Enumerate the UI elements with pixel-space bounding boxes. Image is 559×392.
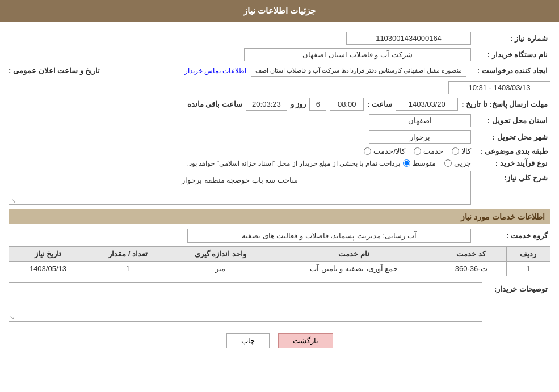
shahr-value: برخوار bbox=[369, 130, 471, 144]
radio-kala-khedmat-input[interactable] bbox=[364, 147, 371, 155]
page-title: جزئیات اطلاعات نیاز bbox=[0, 0, 559, 22]
radio-kala-label: کالا bbox=[461, 147, 471, 155]
no-farayand-radio-group: جزیی متوسط bbox=[403, 159, 471, 167]
ijad-konande-label: ایجاد کننده درخواست : bbox=[471, 66, 550, 75]
cell-nam: جمع آوری، تصفیه و تامین آب bbox=[272, 262, 436, 276]
sharh-kolli-value: ساخت سه باب حوضچه منطقه برخوار bbox=[9, 171, 471, 205]
radio-khedmat-input[interactable] bbox=[414, 147, 421, 155]
back-button[interactable]: بازگشت bbox=[278, 333, 333, 348]
tabaqe-radio-group: کالا خدمت کالا/خدمت bbox=[364, 147, 471, 155]
radio-jozee: جزیی bbox=[444, 159, 471, 167]
roz-value: 6 bbox=[309, 98, 326, 111]
shahr-label: شهر محل تحویل : bbox=[471, 133, 550, 141]
button-row: بازگشت چاپ bbox=[9, 333, 550, 348]
col-tedad: تعداد / مقدار bbox=[87, 247, 169, 262]
cell-kod: ت-36-360 bbox=[436, 262, 506, 276]
ijad-konande-link[interactable]: اطلاعات تماس خریدار bbox=[184, 67, 247, 75]
tosifat-value bbox=[9, 282, 482, 322]
cell-vahed: متر bbox=[169, 262, 272, 276]
col-nam: نام خدمت bbox=[272, 247, 436, 262]
radio-motavasset: متوسط bbox=[403, 159, 436, 167]
nam-dastgah-value: شرکت آب و فاضلاب استان اصفهان bbox=[244, 48, 471, 61]
saat-label: ساعت : bbox=[367, 100, 392, 108]
khadamat-section-title: اطلاعات خدمات مورد نیاز bbox=[9, 209, 550, 224]
ostan-value: اصفهان bbox=[369, 114, 471, 127]
radio-kala-khedmat-label: کالا/خدمت bbox=[373, 147, 405, 155]
shomare-niaz-value: 1103001434000164 bbox=[346, 32, 471, 45]
col-vahed: واحد اندازه گیری bbox=[169, 247, 272, 262]
saat-value: 08:00 bbox=[330, 98, 364, 111]
grohe-khedmat-label: گروه خدمت : bbox=[471, 231, 550, 240]
col-kod: کد خدمت bbox=[436, 247, 506, 262]
tarikh-saat-elam-label: تاریخ و ساعت اعلان عمومی : bbox=[9, 66, 100, 75]
shomare-niaz-label: شماره نیاز : bbox=[471, 34, 550, 43]
grohe-khedmat-value: آب رسانی: مدیریت پسماند، فاضلاب و فعالیت… bbox=[187, 229, 471, 243]
date-value: 1403/03/20 bbox=[396, 98, 458, 111]
cell-tarikh: 1403/05/13 bbox=[9, 262, 87, 276]
radio-motavasset-label: متوسط bbox=[413, 159, 436, 167]
note-text: پرداخت تمام یا بخشی از مبلغ خریدار از مح… bbox=[187, 159, 400, 167]
cell-radif: 1 bbox=[506, 262, 550, 276]
countdown-label: ساعت باقی مانده bbox=[187, 100, 242, 108]
tosifat-label: توصیحات خریدار: bbox=[482, 285, 550, 293]
radio-motavasset-input[interactable] bbox=[403, 159, 410, 167]
radio-kala: کالا bbox=[452, 147, 471, 155]
no-farayand-label: نوع فرآیند خرید : bbox=[471, 159, 550, 167]
countdown-value: 20:03:23 bbox=[246, 98, 287, 111]
services-table: ردیف کد خدمت نام خدمت واحد اندازه گیری ت… bbox=[9, 246, 550, 276]
table-row: 1 ت-36-360 جمع آوری، تصفیه و تامین آب مت… bbox=[9, 262, 550, 276]
ijad-konande-value: منصوره مقبل اصفهانی کارشناس دفتر قرارداد… bbox=[251, 65, 466, 77]
resize-icon-tosifat: ↘ bbox=[10, 314, 14, 321]
radio-jozee-input[interactable] bbox=[444, 159, 452, 167]
col-tarikh: تاریخ نیاز bbox=[9, 247, 87, 262]
tabaqe-label: طبقه بندی موضوعی : bbox=[471, 147, 550, 155]
nam-dastgah-label: نام دستگاه خریدار : bbox=[471, 50, 550, 59]
resize-icon-sharh: ↘ bbox=[11, 197, 16, 204]
ostan-label: استان محل تحویل : bbox=[471, 116, 550, 125]
roz-label: روز و bbox=[291, 100, 306, 108]
tarikh-saat-elam-value: 1403/03/13 - 10:31 bbox=[448, 81, 550, 94]
radio-kala-input[interactable] bbox=[452, 147, 459, 155]
radio-khedmat-label: خدمت bbox=[423, 147, 443, 155]
print-button[interactable]: چاپ bbox=[226, 333, 270, 348]
radio-kala-khedmat: کالا/خدمت bbox=[364, 147, 405, 155]
col-radif: ردیف bbox=[506, 247, 550, 262]
mohlat-irssal-label: مهلت ارسال پاسخ: تا تاریخ : bbox=[461, 100, 550, 108]
radio-khedmat: خدمت bbox=[414, 147, 443, 155]
radio-jozee-label: جزیی bbox=[454, 159, 471, 167]
sharh-kolli-label: شرح کلی نیاز: bbox=[471, 171, 550, 182]
cell-tedad: 1 bbox=[87, 262, 169, 276]
